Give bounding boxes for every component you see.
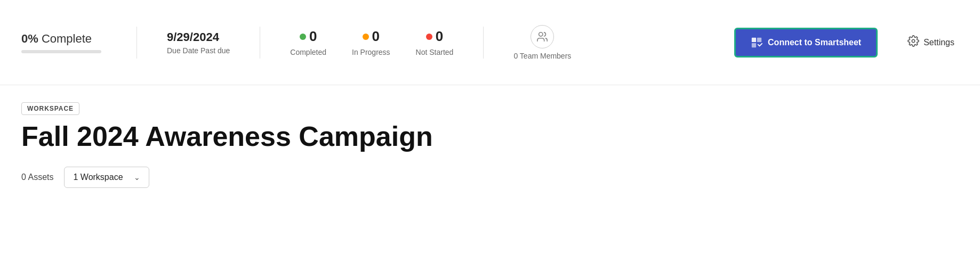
workspace-dropdown[interactable]: 1 Workspace ⌄	[64, 167, 149, 188]
progress-bar-container	[21, 50, 101, 53]
not-started-count-row: 0	[426, 28, 443, 45]
divider-2	[260, 27, 260, 59]
settings-button[interactable]: Settings	[903, 31, 959, 54]
campaign-title: Fall 2024 Awareness Campaign	[21, 121, 959, 152]
completed-label: Completed	[290, 48, 326, 56]
workspace-dropdown-label: 1 Workspace	[73, 173, 130, 182]
completed-dot	[300, 34, 306, 40]
due-date-block: 9/29/2024 Due Date Past due	[167, 30, 230, 55]
in-progress-block: 0 In Progress	[352, 28, 390, 56]
not-started-dot	[426, 34, 432, 40]
workspace-tag: WORKSPACE	[21, 102, 79, 115]
divider-1	[136, 27, 137, 59]
assets-count: 0 Assets	[21, 173, 53, 182]
due-date-label: Due Date Past due	[167, 46, 230, 55]
settings-label: Settings	[923, 38, 954, 47]
percent-text: Complete	[42, 32, 92, 45]
svg-point-4	[912, 39, 915, 43]
team-members-icon	[531, 25, 554, 48]
in-progress-count-row: 0	[363, 28, 380, 45]
percent-value: 0%	[21, 32, 38, 45]
smartsheet-icon	[751, 37, 762, 48]
completed-count: 0	[309, 28, 317, 45]
divider-3	[483, 27, 484, 59]
not-started-label: Not Started	[416, 48, 454, 56]
in-progress-dot	[363, 34, 369, 40]
team-members-label: 0 Team Members	[513, 52, 571, 60]
percent-label: 0% Complete	[21, 32, 107, 46]
team-members-block: 0 Team Members	[513, 25, 571, 60]
svg-rect-1	[752, 37, 756, 42]
not-started-count: 0	[436, 28, 443, 45]
svg-point-0	[539, 32, 543, 36]
not-started-block: 0 Not Started	[416, 28, 454, 56]
chevron-down-icon: ⌄	[134, 173, 140, 182]
percent-complete-block: 0% Complete	[21, 32, 107, 53]
completed-count-row: 0	[300, 28, 317, 45]
due-date-value: 9/29/2024	[167, 30, 230, 44]
connect-to-smartsheet-button[interactable]: Connect to Smartsheet	[734, 28, 878, 58]
assets-row: 0 Assets 1 Workspace ⌄	[21, 167, 959, 188]
settings-icon	[907, 35, 919, 50]
completed-block: 0 Completed	[290, 28, 326, 56]
svg-rect-2	[757, 37, 761, 42]
top-bar: 0% Complete 9/29/2024 Due Date Past due …	[0, 0, 980, 85]
main-content: WORKSPACE Fall 2024 Awareness Campaign 0…	[0, 85, 980, 201]
in-progress-count: 0	[372, 28, 380, 45]
in-progress-label: In Progress	[352, 48, 390, 56]
connect-button-label: Connect to Smartsheet	[768, 38, 861, 47]
svg-rect-3	[752, 43, 756, 47]
